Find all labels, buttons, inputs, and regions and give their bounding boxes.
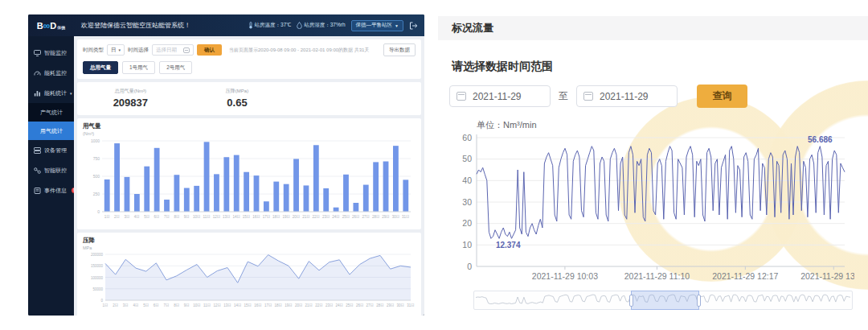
sidebar-submenu: 产气统计 用气统计 <box>28 103 74 140</box>
svg-text:9日: 9日 <box>184 303 190 307</box>
device-icon <box>34 147 41 154</box>
query-button[interactable]: 查询 <box>697 85 747 108</box>
chevron-down-icon: ▾ <box>70 91 72 96</box>
sidebar-item-event-info[interactable]: 事件信息 99 <box>28 180 74 200</box>
toolbar-card: 时间类型 日 ▾ 时间选择 选择日期 确认 当前页面显示2020-09-08 0… <box>77 39 421 79</box>
sidebar-item-smart-monitoring[interactable]: 智能监控 <box>28 43 74 63</box>
time-type-select[interactable]: 日 ▾ <box>107 44 125 56</box>
sidebar-item-smart-linkage[interactable]: 智能联控 <box>28 160 74 180</box>
tab-gas-usage-1[interactable]: 1号用气 <box>122 61 155 74</box>
date-picker-input[interactable]: 选择日期 <box>152 44 194 56</box>
svg-text:17日: 17日 <box>264 303 272 307</box>
end-date-value: 2021-11-29 <box>600 91 649 102</box>
datazoom-left-handle[interactable] <box>629 295 633 307</box>
svg-text:5日: 5日 <box>143 303 149 307</box>
confirm-button[interactable]: 确认 <box>197 44 222 56</box>
datazoom-selected-window[interactable] <box>631 291 699 310</box>
stats-card: 总用气量(Nm³) 209837 压降(MPa) 0.65 <box>77 82 421 115</box>
time-select-label: 时间选择 <box>128 47 149 54</box>
sidebar-subitem-gas-usage-stats[interactable]: 用气统计 <box>28 122 74 140</box>
svg-text:20: 20 <box>462 218 472 228</box>
left-app-window: B∞D保德 欢迎登陆保德云智能空压站能管系统！ 站房温度：37℃ 站房湿度：37… <box>28 14 424 316</box>
svg-text:19日: 19日 <box>285 303 293 307</box>
svg-text:2日: 2日 <box>114 215 120 219</box>
svg-text:100000: 100000 <box>91 276 104 280</box>
svg-text:23日: 23日 <box>326 303 334 307</box>
sidebar-item-energy-monitoring[interactable]: 能耗监控 <box>28 63 74 83</box>
sidebar-item-device-management[interactable]: 设备管理 <box>28 140 74 160</box>
sidebar-subitem-gas-production-stats[interactable]: 产气统计 <box>28 103 74 122</box>
svg-text:12.374: 12.374 <box>496 241 521 250</box>
svg-text:0: 0 <box>467 262 472 271</box>
datazoom-slider[interactable] <box>473 291 853 310</box>
svg-text:250: 250 <box>93 192 100 196</box>
logo-text: B <box>37 21 43 31</box>
tab-total-gas-usage[interactable]: 总用气量 <box>83 61 118 74</box>
svg-text:3日: 3日 <box>123 303 129 307</box>
humidity-icon <box>297 22 302 29</box>
svg-text:24日: 24日 <box>332 215 340 219</box>
svg-text:17日: 17日 <box>263 215 271 219</box>
svg-text:16日: 16日 <box>252 215 260 219</box>
flow-unit-label: 单位：Nm³/min <box>477 119 857 131</box>
document-icon <box>34 188 41 194</box>
svg-text:40: 40 <box>462 175 472 185</box>
svg-text:2021-11-29 13:24: 2021-11-29 13:24 <box>800 271 854 281</box>
app-logo: B∞D保德 <box>28 20 74 31</box>
sidebar-item-label: 智能联控 <box>44 167 67 175</box>
gauge-icon <box>34 70 41 76</box>
gas-usage-bar-chart: 025050075010001日2日3日4日5日6日7日8日9日10日11日12… <box>83 136 416 225</box>
svg-text:150000: 150000 <box>91 264 104 268</box>
toolbar-row-tabs: 总用气量 1号用气 2号用气 <box>83 61 416 74</box>
svg-text:19日: 19日 <box>282 215 290 219</box>
calendar-icon <box>583 92 593 101</box>
time-type-label: 时间类型 <box>83 47 104 54</box>
svg-text:200000: 200000 <box>91 253 104 257</box>
sidebar-item-label: 能耗统计 <box>44 89 67 97</box>
chevron-down-icon: ▾ <box>119 47 121 52</box>
svg-text:2021-11-29 12:17: 2021-11-29 12:17 <box>712 271 778 281</box>
svg-text:2021-11-29 10:03: 2021-11-29 10:03 <box>532 271 598 281</box>
svg-text:8日: 8日 <box>174 215 179 219</box>
station-select-dropdown[interactable]: 保德—平鲁站区 ▼ <box>351 20 403 31</box>
svg-text:30日: 30日 <box>392 215 400 219</box>
svg-text:3日: 3日 <box>124 215 129 219</box>
stat-value: 209837 <box>77 97 184 109</box>
logo-text: D <box>50 21 56 31</box>
chart-title: 用气量 <box>83 122 416 130</box>
svg-text:28日: 28日 <box>376 303 384 307</box>
app-header: B∞D保德 欢迎登陆保德云智能空压站能管系统！ 站房温度：37℃ 站房湿度：37… <box>28 14 424 36</box>
svg-text:16日: 16日 <box>254 303 262 307</box>
svg-text:27日: 27日 <box>362 215 371 219</box>
thermometer-icon <box>248 22 253 29</box>
export-data-button[interactable]: 导出数据 <box>383 43 416 56</box>
start-date-input[interactable]: 2021-11-29 <box>449 85 551 107</box>
svg-text:500: 500 <box>93 174 100 179</box>
svg-text:24日: 24日 <box>336 303 344 307</box>
svg-text:29日: 29日 <box>382 215 390 219</box>
chart-title: 压降 <box>83 237 416 245</box>
svg-text:31日: 31日 <box>407 303 415 307</box>
svg-text:0: 0 <box>100 299 103 303</box>
svg-text:8日: 8日 <box>174 303 179 307</box>
flow-detail-panel: 标况流量 请选择数据时间范围 2021-11-29 至 2021-11-29 查… <box>438 0 868 330</box>
svg-text:7日: 7日 <box>164 215 170 219</box>
svg-text:14日: 14日 <box>234 303 242 307</box>
end-date-input[interactable]: 2021-11-29 <box>576 85 678 107</box>
humidity-label: 站房湿度：37%rh <box>304 22 345 29</box>
logout-icon[interactable] <box>409 22 418 30</box>
datazoom-right-handle[interactable] <box>697 295 701 307</box>
svg-text:25日: 25日 <box>342 215 350 219</box>
sidebar-item-energy-stats[interactable]: 能耗统计 ▾ <box>28 83 74 103</box>
svg-text:20日: 20日 <box>295 303 303 307</box>
header-right-group: 站房温度：37℃ 站房湿度：37%rh 保德—平鲁站区 ▼ <box>248 20 424 31</box>
svg-text:4日: 4日 <box>133 303 138 307</box>
time-type-value: 日 <box>111 47 117 54</box>
svg-text:5日: 5日 <box>144 215 149 219</box>
date-placeholder: 选择日期 <box>156 47 177 54</box>
tab-gas-usage-2[interactable]: 2号用气 <box>159 61 192 74</box>
svg-text:26日: 26日 <box>352 215 360 219</box>
calendar-icon <box>457 92 466 101</box>
svg-text:13日: 13日 <box>223 215 231 219</box>
svg-text:12日: 12日 <box>213 215 221 219</box>
